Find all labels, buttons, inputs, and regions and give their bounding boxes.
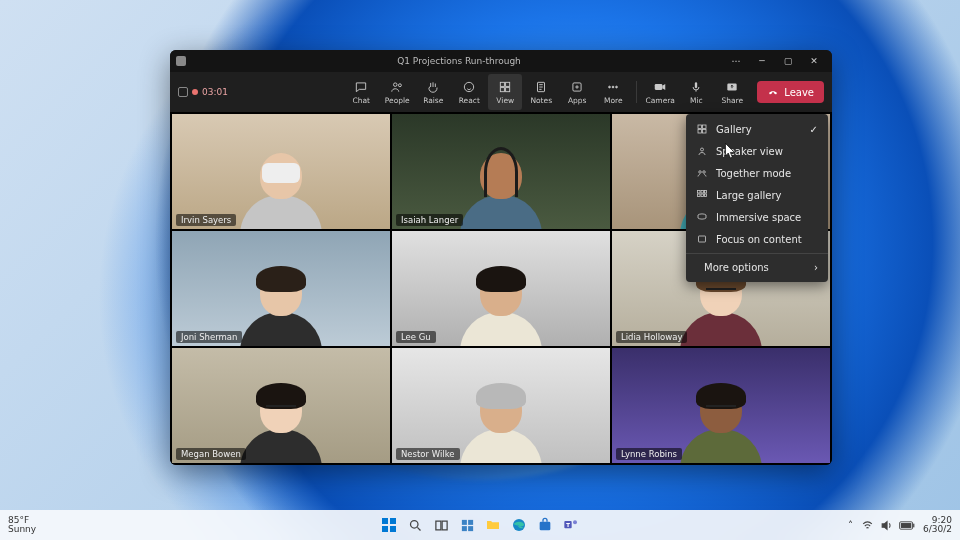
svg-rect-33 [382,526,388,532]
svg-rect-6 [506,87,510,91]
teams-taskbar-button[interactable]: T [561,515,581,535]
svg-point-46 [573,520,577,524]
teams-icon: T [563,517,579,533]
menu-item-large-gallery[interactable]: Large gallery [686,184,828,206]
svg-rect-49 [913,523,914,527]
immersive-space-icon [696,211,708,223]
hangup-icon [767,86,779,98]
weather-widget[interactable]: 85°F Sunny [8,516,36,535]
view-grid-icon [498,80,512,94]
svg-point-19 [701,148,704,151]
svg-rect-36 [435,521,440,530]
task-view-icon [434,518,449,533]
recording-dot-icon [192,89,198,95]
participant-name: Joni Sherman [176,331,242,343]
file-explorer-button[interactable] [483,515,503,535]
share-button[interactable]: Share [715,74,749,110]
svg-point-0 [394,82,398,86]
people-button[interactable]: People [380,74,414,110]
participant-name: Lee Gu [396,331,436,343]
check-icon: ✓ [810,124,818,135]
participant-tile[interactable]: Irvin Sayers [172,114,390,229]
notes-button[interactable]: Notes [524,74,558,110]
system-tray[interactable] [861,519,915,532]
svg-rect-23 [701,191,704,194]
svg-point-10 [612,86,614,88]
svg-rect-34 [390,526,396,532]
minimize-button[interactable]: ─ [750,52,774,70]
menu-item-gallery[interactable]: Gallery✓ [686,118,828,140]
svg-point-35 [410,520,418,528]
leave-button[interactable]: Leave [757,81,824,103]
menu-separator [686,253,828,254]
search-button[interactable] [405,515,425,535]
participant-tile[interactable]: Lynne Robins [612,348,830,463]
svg-rect-24 [705,191,707,194]
mic-button[interactable]: Mic [679,74,713,110]
volume-icon [880,519,893,532]
svg-rect-48 [901,523,911,528]
recording-indicator[interactable]: 03:01 [178,87,228,97]
view-button[interactable]: View [488,74,522,110]
window-controls: ⋯ ─ ▢ ✕ [724,52,826,70]
folder-icon [485,517,501,533]
svg-point-20 [699,171,702,174]
participant-name: Megan Bowen [176,448,246,460]
taskbar-right: ˄ 9:20 6/30/2 [848,516,952,535]
svg-rect-4 [506,82,510,86]
search-icon [408,518,423,533]
window-titlebar: Q1 Projections Run-through ⋯ ─ ▢ ✕ [170,50,832,72]
close-button[interactable]: ✕ [802,52,826,70]
menu-item-speaker-view[interactable]: Speaker view [686,140,828,162]
window-title: Q1 Projections Run-through [194,56,724,66]
menu-item-immersive-space[interactable]: Immersive space [686,206,828,228]
raise-hand-button[interactable]: Raise [416,74,450,110]
participant-name: Nestor Wilke [396,448,460,460]
participant-tile[interactable]: Nestor Wilke [392,348,610,463]
menu-item-focus-content[interactable]: Focus on content [686,228,828,250]
gallery-grid-icon [696,123,708,135]
svg-point-21 [703,171,706,174]
view-dropdown-menu: Gallery✓ Speaker view Together mode Larg… [686,114,828,282]
store-button[interactable] [535,515,555,535]
participant-tile[interactable]: Isaiah Langer [392,114,610,229]
react-icon [462,80,476,94]
svg-rect-16 [703,125,707,129]
start-button[interactable] [379,515,399,535]
participant-tile[interactable]: Lee Gu [392,231,610,346]
svg-point-11 [616,86,618,88]
participant-name: Isaiah Langer [396,214,463,226]
more-icon [606,80,620,94]
more-window-button[interactable]: ⋯ [724,52,748,70]
menu-item-together-mode[interactable]: Together mode [686,162,828,184]
participant-name: Irvin Sayers [176,214,236,226]
apps-button[interactable]: Apps [560,74,594,110]
svg-rect-27 [705,194,707,197]
svg-rect-17 [698,130,702,134]
edge-button[interactable] [509,515,529,535]
svg-point-9 [609,86,611,88]
windows-logo-icon [381,517,397,533]
store-icon [537,517,553,533]
raise-hand-icon [426,80,440,94]
svg-text:T: T [566,522,570,528]
menu-item-more-options[interactable]: More options› [686,257,828,278]
share-icon [725,80,739,94]
chat-button[interactable]: Chat [344,74,378,110]
svg-rect-25 [698,194,701,197]
svg-rect-32 [390,518,396,524]
windows-taskbar: 85°F Sunny T ˄ 9:20 6/30/2 [0,510,960,540]
participant-tile[interactable]: Joni Sherman [172,231,390,346]
maximize-button[interactable]: ▢ [776,52,800,70]
task-view-button[interactable] [431,515,451,535]
participant-tile[interactable]: Megan Bowen [172,348,390,463]
camera-button[interactable]: Camera [643,74,677,110]
svg-rect-22 [698,191,701,194]
more-button[interactable]: More [596,74,630,110]
tray-chevron-icon[interactable]: ˄ [848,520,853,531]
react-button[interactable]: React [452,74,486,110]
svg-rect-12 [655,84,663,90]
meeting-toolbar: 03:01 Chat People Raise React View Notes… [170,72,832,112]
clock-date[interactable]: 9:20 6/30/2 [923,516,952,535]
widgets-button[interactable] [457,515,477,535]
